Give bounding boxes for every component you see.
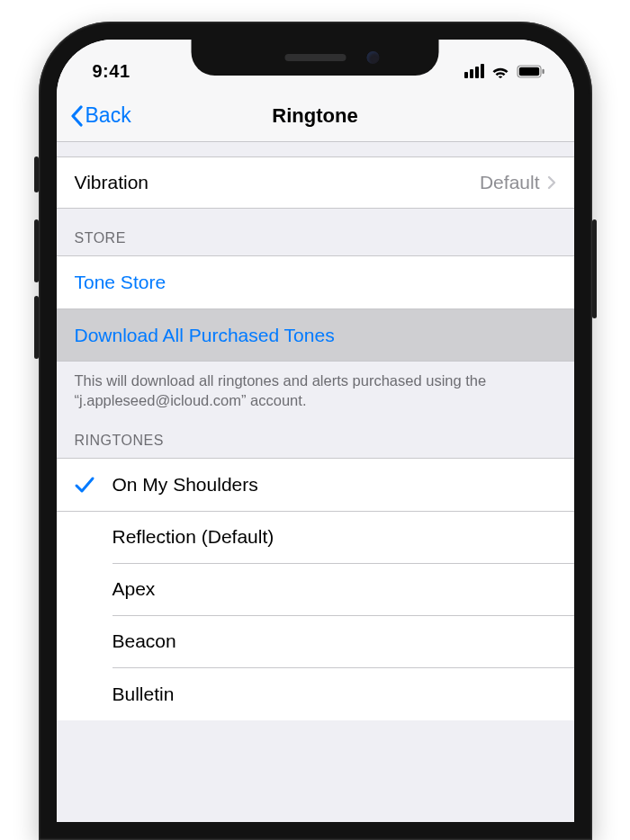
ringtone-row[interactable]: Reflection (Default) [57, 512, 574, 564]
cellular-signal-icon [464, 64, 484, 78]
vibration-label: Vibration [75, 172, 149, 193]
phone-frame: 9:41 Back Ringtone [39, 22, 592, 840]
volume-down-button [34, 296, 39, 359]
chevron-right-icon [547, 175, 556, 190]
page-title: Ringtone [57, 104, 574, 128]
vibration-cell[interactable]: Vibration Default [57, 156, 574, 209]
ringtone-label: Beacon [112, 630, 176, 652]
download-all-label: Download All Purchased Tones [75, 325, 335, 346]
navigation-bar: Back Ringtone [57, 90, 574, 142]
mute-switch [34, 156, 39, 192]
tone-store-link[interactable]: Tone Store [57, 256, 574, 308]
front-camera [367, 51, 380, 64]
chevron-left-icon [69, 105, 84, 127]
speaker-grille [284, 54, 346, 61]
screen: 9:41 Back Ringtone [57, 40, 574, 822]
content-scroll[interactable]: Vibration Default STORE Tone Store Downl… [57, 142, 574, 720]
volume-up-button [34, 219, 39, 282]
svg-rect-2 [542, 68, 544, 73]
ringtone-row[interactable]: Apex [57, 564, 574, 616]
status-time: 9:41 [82, 61, 130, 82]
vibration-value: Default [480, 172, 540, 193]
ringtone-label: Reflection (Default) [112, 526, 274, 548]
tone-store-label: Tone Store [75, 272, 166, 293]
svg-rect-1 [518, 67, 538, 75]
battery-icon [517, 65, 545, 78]
back-button[interactable]: Back [69, 103, 131, 128]
ringtone-row-selected[interactable]: On My Shoulders [57, 459, 574, 512]
ringtone-row[interactable]: Beacon [57, 616, 574, 668]
wifi-icon [490, 64, 510, 78]
ringtones-section-header: RINGTONES [57, 411, 574, 458]
store-section-footer: This will download all ringtones and ale… [57, 362, 574, 411]
ringtone-label: On My Shoulders [112, 474, 258, 496]
notch [192, 40, 439, 76]
store-section-header: STORE [57, 209, 574, 255]
store-group: Tone Store Download All Purchased Tones [57, 255, 574, 362]
download-all-purchased-tones-link[interactable]: Download All Purchased Tones [57, 308, 574, 361]
ringtone-label: Bulletin [112, 684, 175, 705]
ringtone-label: Apex [112, 578, 156, 600]
ringtone-row[interactable]: Bulletin [57, 668, 574, 720]
back-label: Back [86, 103, 131, 128]
ringtone-list: On My Shoulders Reflection (Default) Ape… [57, 458, 574, 720]
power-button [592, 219, 597, 318]
checkmark-icon [74, 475, 95, 495]
